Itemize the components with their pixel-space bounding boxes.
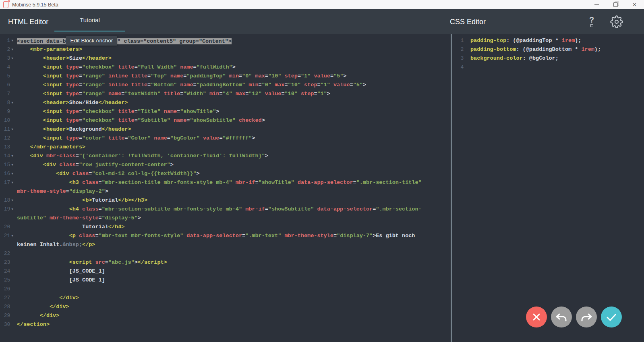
line-number: 30: [0, 320, 10, 329]
action-buttons: [526, 307, 622, 327]
edit-block-anchor-tooltip[interactable]: Edit Block Anchor: [66, 36, 118, 46]
code-line[interactable]: 17▼ <h3 class="mbr-section-title mbr-fon…: [0, 178, 451, 187]
code-line[interactable]: 3background-color: @bgColor;: [452, 54, 644, 63]
code-line[interactable]: 19▼ <h4 class="mbr-section-subtitle mbr-…: [0, 205, 451, 214]
undo-icon: [551, 307, 572, 327]
line-number: 3: [452, 54, 464, 63]
gutter: 25: [0, 276, 17, 285]
code-line[interactable]: 25 [JS_CODE_1]: [0, 276, 451, 285]
code-line[interactable]: 15▼ <div class="row justify-content-cent…: [0, 161, 451, 169]
code-line[interactable]: 8▼ <header>Show/Hide</header>: [0, 98, 451, 107]
code-line[interactable]: 30</section>: [0, 320, 451, 329]
fold-arrow-icon[interactable]: ▼: [10, 161, 17, 169]
gutter: 7: [0, 90, 17, 98]
code-line[interactable]: 2▼ <mbr-parameters>: [0, 45, 451, 54]
gutter: 6: [0, 81, 17, 90]
line-number: 14: [0, 152, 10, 161]
gutter: 3▼: [0, 54, 17, 63]
tab-tutorial[interactable]: Tutorial: [54, 9, 125, 31]
settings-gear-icon[interactable]: [610, 15, 623, 28]
window-titlebar: Mobirise 5.9.15 Beta ×: [0, 0, 644, 9]
code-line[interactable]: 26: [0, 285, 451, 294]
undo-button[interactable]: [551, 307, 572, 327]
code-line[interactable]: 21▼ <p class="mbr-text mbr-fonts-style" …: [0, 231, 451, 240]
confirm-button[interactable]: [601, 307, 622, 327]
gutter: [0, 240, 17, 249]
redo-icon: [576, 307, 597, 327]
gutter: 9: [0, 107, 17, 116]
code-line[interactable]: 6 <input type="range" inline title="Bott…: [0, 81, 451, 90]
code-line[interactable]: 11▼ <header>Background</header>: [0, 125, 451, 134]
help-icon[interactable]: ?: [586, 16, 597, 28]
code-line[interactable]: 1padding-top: (@paddingTop * 1rem);: [452, 36, 644, 45]
gutter: 1: [452, 36, 470, 45]
code-line[interactable]: subtitle" mbr-theme-style="display-5">: [0, 214, 451, 223]
code-line[interactable]: mbr-theme-style="display-2">: [0, 187, 451, 196]
gutter: 17▼: [0, 178, 17, 187]
fold-arrow-icon[interactable]: ▼: [10, 36, 17, 45]
code-line[interactable]: 29 </div>: [0, 311, 451, 320]
gutter: [0, 187, 17, 196]
code-line[interactable]: 7 <input type="range" name="textWidth" t…: [0, 90, 451, 98]
code-line[interactable]: 20 Tutorial</h4>: [0, 223, 451, 231]
mobirise-logo-icon: [3, 1, 8, 8]
fold-arrow-icon[interactable]: ▼: [10, 125, 17, 134]
restore-button[interactable]: [606, 0, 625, 9]
html-code-editor[interactable]: 1▼<section data-bEdit Block Anchor" clas…: [0, 34, 451, 342]
code-line[interactable]: 23 <script src="abc.js"></script>: [0, 258, 451, 267]
line-number: 12: [0, 134, 10, 143]
check-icon: [601, 307, 622, 327]
code-line[interactable]: 14▼ <div mbr-class="{'container': !fullW…: [0, 152, 451, 161]
line-number: 25: [0, 276, 10, 285]
code-line[interactable]: 10 <input type="checkbox" title="Subtitl…: [0, 116, 451, 125]
gutter: 23: [0, 258, 17, 267]
line-number: 22: [0, 249, 10, 258]
code-line[interactable]: 16▼ <div class="col-md-12 col-lg-{{textW…: [0, 169, 451, 178]
code-line[interactable]: 4 <input type="checkbox" title="Full Wid…: [0, 63, 451, 72]
gutter: 4: [452, 63, 470, 72]
code-line[interactable]: 3▼ <header>Size</header>: [0, 54, 451, 63]
cancel-button[interactable]: [526, 307, 547, 327]
gutter: 21▼: [0, 231, 17, 240]
css-code-editor[interactable]: 1padding-top: (@paddingTop * 1rem);2padd…: [452, 34, 644, 342]
fold-arrow-icon[interactable]: ▼: [10, 98, 17, 107]
line-number: [0, 240, 10, 249]
code-line[interactable]: 13 </mbr-parameters>: [0, 143, 451, 152]
line-number: 28: [0, 302, 10, 311]
code-line[interactable]: 24 [JS_CODE_1]: [0, 267, 451, 276]
gutter: 2: [452, 45, 470, 54]
code-line[interactable]: 22: [0, 249, 451, 258]
code-line[interactable]: 1▼<section data-bEdit Block Anchor" clas…: [0, 36, 451, 45]
fold-arrow-icon[interactable]: ▼: [10, 196, 17, 205]
code-line[interactable]: 4: [452, 63, 644, 72]
line-number: 15: [0, 161, 10, 169]
gutter: 1▼: [0, 36, 17, 45]
fold-arrow-icon[interactable]: ▼: [10, 152, 17, 161]
line-number: [0, 214, 10, 223]
close-button[interactable]: ×: [625, 0, 644, 9]
code-line[interactable]: 5 <input type="range" inline title="Top"…: [0, 72, 451, 81]
line-number: 10: [0, 116, 10, 125]
line-number: 3: [0, 54, 10, 63]
fold-arrow-icon[interactable]: ▼: [10, 178, 17, 187]
line-number: 21: [0, 231, 10, 240]
fold-arrow-icon[interactable]: ▼: [10, 54, 17, 63]
code-line[interactable]: 27 </div>: [0, 294, 451, 302]
fold-arrow-icon[interactable]: ▼: [10, 231, 17, 240]
fold-arrow-icon[interactable]: ▼: [10, 169, 17, 178]
code-line[interactable]: 18▼ <b>Tutorial</b></h3>: [0, 196, 451, 205]
minimize-button[interactable]: [587, 0, 606, 9]
code-line[interactable]: 9 <input type="checkbox" title="Title" n…: [0, 107, 451, 116]
line-number: 6: [0, 81, 10, 90]
gutter: 28: [0, 302, 17, 311]
close-icon: ×: [633, 2, 636, 8]
fold-arrow-icon[interactable]: ▼: [10, 45, 17, 54]
code-line[interactable]: 28 </div>: [0, 302, 451, 311]
code-line[interactable]: keinen Inhalt.&nbsp;</p>: [0, 240, 451, 249]
code-line[interactable]: 2padding-bottom: (@paddingBottom * 1rem)…: [452, 45, 644, 54]
gutter: 10: [0, 116, 17, 125]
redo-button[interactable]: [576, 307, 597, 327]
fold-arrow-icon[interactable]: ▼: [10, 205, 17, 214]
line-number: 4: [0, 63, 10, 72]
code-line[interactable]: 12 <input type="color" title="Color" nam…: [0, 134, 451, 143]
